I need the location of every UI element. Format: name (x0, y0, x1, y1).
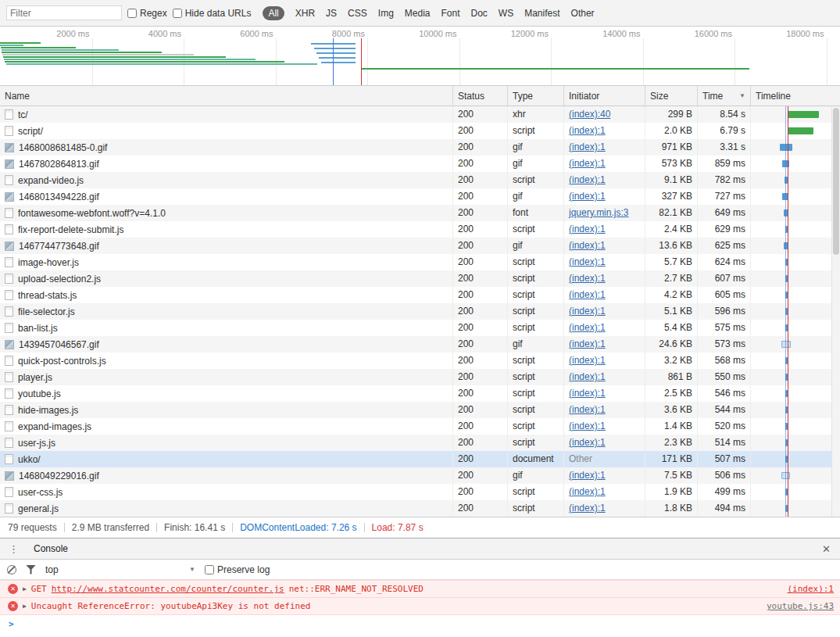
filter-pill-all[interactable]: All (263, 6, 284, 20)
initiator-link[interactable]: (index):1 (569, 322, 606, 333)
table-row[interactable]: 1467744773648.gif 200 gif (index):1 13.6… (0, 238, 840, 254)
table-row[interactable]: user-js.js 200 script (index):1 2.3 KB 5… (0, 435, 840, 451)
preserve-log-checkbox-input[interactable] (205, 565, 214, 574)
table-row[interactable]: file-selector.js 200 script (index):1 5.… (0, 303, 840, 320)
filter-icon[interactable] (26, 565, 36, 574)
hide-data-urls-checkbox[interactable]: Hide data URLs (173, 8, 252, 19)
message-source-link[interactable]: youtube.js:43 (767, 601, 834, 611)
column-header-type[interactable]: Type (508, 86, 564, 106)
table-row[interactable]: general.js 200 script (index):1 1.8 KB 4… (0, 500, 840, 517)
table-row[interactable]: fix-report-delete-submit.js 200 script (… (0, 221, 840, 238)
table-row[interactable]: expand-images.js 200 script (index):1 1.… (0, 418, 840, 435)
initiator-link[interactable]: (index):1 (569, 191, 606, 202)
table-row[interactable]: 1468049229016.gif 200 gif (index):1 7.5 … (0, 467, 840, 484)
execution-context-selector[interactable]: top ▼ (45, 564, 195, 575)
filter-pill-media[interactable]: Media (405, 8, 431, 19)
filter-pill-js[interactable]: JS (326, 8, 337, 19)
type-cell: script (508, 270, 564, 287)
table-row[interactable]: hide-images.js 200 script (index):1 3.6 … (0, 402, 840, 418)
table-row[interactable]: thread-stats.js 200 script (index):1 4.2… (0, 287, 840, 303)
regex-checkbox[interactable]: Regex (127, 8, 167, 19)
message-source-link[interactable]: (index):1 (787, 584, 834, 594)
status-cell: 200 (453, 484, 508, 500)
initiator-link[interactable]: (index):1 (569, 503, 606, 514)
devtools-window: Regex Hide data URLs AllXHRJSCSSImgMedia… (0, 0, 840, 637)
expand-triangle-icon[interactable]: ▶ (23, 585, 27, 592)
initiator-link[interactable]: (index):1 (569, 141, 606, 152)
initiator-link[interactable]: (index):1 (569, 224, 606, 234)
initiator-link[interactable]: (index):1 (569, 289, 606, 300)
clear-console-icon[interactable] (7, 565, 16, 574)
initiator-link[interactable]: jquery.min.js:3 (569, 207, 628, 218)
table-row[interactable]: 1467802864813.gif 200 gif (index):1 573 … (0, 156, 840, 172)
filter-pill-doc[interactable]: Doc (471, 8, 488, 19)
initiator-link[interactable]: (index):1 (569, 371, 606, 382)
name-cell: 1467744773648.gif (0, 238, 453, 254)
preserve-log-checkbox[interactable]: Preserve log (205, 564, 270, 575)
table-row[interactable]: image-hover.js 200 script (index):1 5.7 … (0, 254, 840, 270)
initiator-link[interactable]: (index):1 (569, 338, 606, 349)
filter-pill-ws[interactable]: WS (499, 8, 513, 19)
table-row[interactable]: youtube.js 200 script (index):1 2.5 KB 5… (0, 385, 840, 402)
table-row[interactable]: player.js 200 script (index):1 861 B 550… (0, 369, 840, 385)
table-row[interactable]: upload-selection2.js 200 script (index):… (0, 270, 840, 287)
filter-pill-xhr[interactable]: XHR (295, 8, 315, 19)
timeline-overview[interactable]: 2000 ms4000 ms6000 ms8000 ms10000 ms1200… (0, 27, 840, 86)
initiator-link[interactable]: (index):1 (569, 125, 606, 136)
initiator-link[interactable]: (index):1 (569, 256, 606, 267)
initiator-link[interactable]: (index):1 (569, 388, 606, 399)
summary-item: DOMContentLoaded: 7.26 s (240, 522, 356, 533)
initiator-link[interactable]: (index):1 (569, 174, 606, 185)
column-header-status[interactable]: Status (453, 86, 508, 106)
filter-pill-other[interactable]: Other (571, 8, 595, 19)
initiator-link[interactable]: (index):1 (569, 306, 606, 317)
scrollbar-thumb[interactable] (833, 108, 839, 255)
ruler-gridline (551, 38, 552, 85)
hide-data-urls-checkbox-input[interactable] (173, 9, 182, 18)
filter-pill-manifest[interactable]: Manifest (524, 8, 559, 19)
console-prompt[interactable]: > (0, 615, 840, 629)
initiator-link[interactable]: (index):1 (569, 273, 606, 284)
filter-pill-img[interactable]: Img (378, 8, 394, 19)
filter-pill-css[interactable]: CSS (348, 8, 367, 19)
table-row[interactable]: user-css.js 200 script (index):1 1.9 KB … (0, 484, 840, 500)
tab-console[interactable]: Console (24, 539, 77, 559)
column-header-name[interactable]: Name (0, 86, 453, 106)
close-icon[interactable]: ✕ (816, 543, 837, 555)
table-row[interactable]: 1439457046567.gif 200 gif (index):1 24.6… (0, 336, 840, 352)
table-row[interactable]: quick-post-controls.js 200 script (index… (0, 352, 840, 369)
table-row[interactable]: 1468008681485-0.gif 200 gif (index):1 97… (0, 139, 840, 156)
time-cell: 568 ms (698, 352, 751, 369)
regex-checkbox-input[interactable] (127, 9, 137, 18)
initiator-link[interactable]: (index):40 (569, 109, 610, 120)
table-row[interactable]: ukko/ 200 document Other 171 KB 507 ms (0, 451, 840, 467)
vertical-scrollbar[interactable] (831, 106, 840, 517)
table-row[interactable]: script/ 200 script (index):1 2.0 KB 6.79… (0, 123, 840, 139)
table-row[interactable]: 1468013494228.gif 200 gif (index):1 327 … (0, 188, 840, 205)
initiator-link[interactable]: (index):1 (569, 486, 606, 497)
filter-input[interactable] (6, 5, 122, 20)
type-cell: gif (508, 238, 564, 254)
initiator-link[interactable]: (index):1 (569, 355, 606, 366)
overflow-menu-icon[interactable]: ⋮ (3, 543, 24, 555)
initiator-link[interactable]: (index):1 (569, 437, 606, 448)
column-header-size[interactable]: Size (645, 86, 698, 106)
initiator-link[interactable]: (index):1 (569, 404, 606, 415)
table-row[interactable]: ban-list.js 200 script (index):1 5.4 KB … (0, 320, 840, 336)
column-header-time[interactable]: Time▼ (698, 86, 751, 106)
initiator-link[interactable]: (index):1 (569, 158, 606, 169)
table-row[interactable]: tc/ 200 xhr (index):40 299 B 8.54 s (0, 106, 840, 123)
summary-item: Load: 7.87 s (372, 522, 424, 533)
table-row[interactable]: expand-video.js 200 script (index):1 9.1… (0, 172, 840, 188)
initiator-link[interactable]: (index):1 (569, 470, 606, 481)
filter-pill-font[interactable]: Font (441, 8, 460, 19)
initiator-link[interactable]: (index):1 (569, 420, 606, 431)
column-header-timeline[interactable]: Timeline (751, 86, 840, 106)
table-row[interactable]: fontawesome-webfont.woff?v=4.1.0 200 fon… (0, 205, 840, 221)
expand-triangle-icon[interactable]: ▶ (23, 603, 27, 610)
initiator-link[interactable]: Other (569, 453, 592, 464)
initiator-link[interactable]: (index):1 (569, 240, 606, 251)
column-header-initiator[interactable]: Initiator (564, 86, 645, 106)
message-url-link[interactable]: http://www.statcounter.com/counter/count… (52, 584, 284, 594)
request-name: general.js (18, 501, 59, 517)
